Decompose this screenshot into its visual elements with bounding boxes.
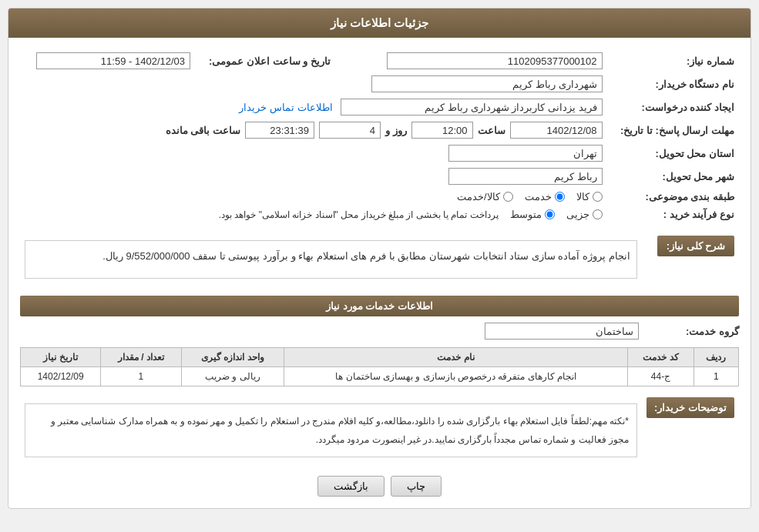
radio-khedmat: خدمت: [525, 191, 565, 202]
deadline-time-field: 12:00: [411, 122, 473, 139]
buyer-name-label: نام دستگاه خریدار:: [607, 72, 739, 95]
col-quantity: تعداد / مقدار: [101, 348, 181, 367]
radio-khedmat-label: خدمت: [525, 191, 552, 202]
print-button[interactable]: چاپ: [391, 476, 442, 497]
radio-jozi-label: جزیی: [566, 209, 589, 220]
notes-label: توضیحات خریدار:: [646, 397, 734, 418]
back-button[interactable]: بازگشت: [317, 476, 385, 497]
buyer-name-field: شهرداری رباط کریم: [371, 75, 603, 92]
deadline-row: مهلت ارسال پاسخ: تا تاریخ: 1402/12/08 سا…: [20, 119, 739, 142]
col-unit: واحد اندازه گیری: [181, 348, 284, 367]
table-cell-5: 1402/12/09: [21, 367, 101, 386]
notes-table: توضیحات خریدار: *نکته مهم:لطفاً فایل است…: [20, 394, 739, 467]
card-body: شماره نیاز: 1102095377000102 تاریخ و ساع…: [8, 38, 751, 508]
purchase-type-radio-group: جزیی متوسط پرداخت تمام یا بخشی از مبلغ خ…: [25, 209, 603, 220]
category-label: طبقه بندی موضوعی:: [607, 188, 739, 206]
requester-field: فرید یزدانی کاربرداز شهرداری رباط کریم: [341, 99, 603, 115]
radio-kala-khedmat-label: کالا/خدمت: [457, 191, 500, 202]
col-date: تاریخ نیاز: [21, 348, 101, 367]
need-description-row: شرح کلی نیاز: انجام پروژه آماده سازی ستا…: [20, 231, 739, 288]
announcement-date-field: 1402/12/03 - 11:59: [36, 52, 190, 69]
requester-label: ایجاد کننده درخواست:: [607, 95, 739, 119]
need-description-table: شرح کلی نیاز: انجام پروژه آماده سازی ستا…: [20, 231, 739, 288]
col-row-num: ردیف: [694, 348, 738, 367]
table-cell-2: انجام کارهای متفرقه درخصوص بازسازی و بهس…: [284, 367, 628, 386]
radio-kala: کالا: [576, 191, 603, 202]
table-cell-1: ج-44: [628, 367, 694, 386]
buyer-name-value: شهرداری رباط کریم: [20, 72, 607, 95]
main-card: جزئیات اطلاعات نیاز شماره نیاز: 11020953…: [8, 8, 751, 509]
time-label: ساعت: [478, 125, 505, 136]
city-label: شهر محل تحویل:: [607, 165, 739, 188]
requester-value: فرید یزدانی کاربرداز شهرداری رباط کریم ا…: [20, 95, 607, 119]
service-group-field: ساختمان: [485, 323, 639, 340]
province-value: تهران: [20, 142, 607, 165]
radio-kala-input[interactable]: [593, 192, 603, 202]
service-group-row: گروه خدمت: ساختمان: [20, 323, 739, 340]
category-value: کالا خدمت کالا/خدمت: [20, 188, 607, 206]
purchase-type-row: نوع فرآیند خرید : جزیی متوسط پرداخت: [20, 206, 739, 223]
city-field: رباط کریم: [448, 168, 603, 185]
announcement-date-label: تاریخ و ساعت اعلان عمومی:: [195, 49, 335, 72]
buttons-row: چاپ بازگشت: [20, 476, 739, 497]
need-number-label: شماره نیاز:: [607, 49, 739, 72]
deadline-date-field: 1402/12/08: [510, 122, 603, 139]
days-label: روز و: [385, 125, 407, 136]
card-header: جزئیات اطلاعات نیاز: [8, 8, 751, 38]
buyer-name-row: نام دستگاه خریدار: شهرداری رباط کریم: [20, 72, 739, 95]
service-group-label: گروه خدمت:: [646, 326, 739, 337]
radio-kala-khedmat: کالا/خدمت: [457, 191, 513, 202]
radio-motavaset-label: متوسط: [510, 209, 542, 220]
remaining-label: ساعت باقی مانده: [166, 125, 240, 136]
table-cell-4: 1: [101, 367, 181, 386]
need-number-field: 1102095377000102: [387, 52, 603, 69]
col-service-name: نام خدمت: [284, 348, 628, 367]
need-description-header: شرح کلی نیاز:: [657, 236, 734, 256]
page-container: جزئیات اطلاعات نیاز شماره نیاز: 11020953…: [0, 0, 759, 532]
deadline-days-field: 4: [319, 122, 381, 139]
category-radio-group: کالا خدمت کالا/خدمت: [25, 191, 603, 202]
table-cell-3: ریالی و ضریب: [181, 367, 284, 386]
requester-contact-link[interactable]: اطلاعات تماس خریدار: [239, 102, 332, 113]
services-table-head: ردیف کد خدمت نام خدمت واحد اندازه گیری ت…: [21, 348, 739, 367]
deadline-label: مهلت ارسال پاسخ: تا تاریخ:: [607, 119, 739, 142]
need-description-value: انجام پروژه آماده سازی ستاد انتخابات شهر…: [20, 231, 642, 288]
services-table-header-row: ردیف کد خدمت نام خدمت واحد اندازه گیری ت…: [21, 348, 739, 367]
radio-motavaset: متوسط: [510, 209, 555, 220]
requester-row: ایجاد کننده درخواست: فرید یزدانی کاربردا…: [20, 95, 739, 119]
info-table: شماره نیاز: 1102095377000102 تاریخ و ساع…: [20, 49, 739, 223]
deadline-value: 1402/12/08 ساعت 12:00 روز و 4 23:31:39 س…: [20, 119, 607, 142]
services-table: ردیف کد خدمت نام خدمت واحد اندازه گیری ت…: [20, 347, 739, 386]
purchase-type-value: جزیی متوسط پرداخت تمام یا بخشی از مبلغ خ…: [20, 206, 607, 223]
purchase-type-note: پرداخت تمام یا بخشی از مبلغ خریداز محل "…: [219, 209, 499, 220]
page-title: جزئیات اطلاعات نیاز: [331, 16, 428, 29]
province-label: استان محل تحویل:: [607, 142, 739, 165]
radio-jozi-input[interactable]: [593, 209, 603, 219]
notes-value: *نکته مهم:لطفاً فایل استعلام بهاء بارگزا…: [20, 394, 642, 467]
need-description-field: انجام پروژه آماده سازی ستاد انتخابات شهر…: [25, 240, 637, 279]
table-cell-0: 1: [694, 367, 738, 386]
services-section-header: اطلاعات خدمات مورد نیاز: [20, 296, 739, 316]
category-row: طبقه بندی موضوعی: کالا خدمت: [20, 188, 739, 206]
radio-kala-khedmat-input[interactable]: [503, 192, 513, 202]
radio-motavaset-input[interactable]: [545, 209, 555, 219]
announcement-date-value: 1402/12/03 - 11:59: [20, 49, 195, 72]
radio-jozi: جزیی: [566, 209, 603, 220]
province-row: استان محل تحویل: تهران: [20, 142, 739, 165]
need-number-value: 1102095377000102: [366, 49, 607, 72]
radio-kala-label: کالا: [576, 191, 589, 202]
province-field: تهران: [448, 145, 603, 162]
purchase-type-label: نوع فرآیند خرید :: [607, 206, 739, 223]
radio-khedmat-input[interactable]: [555, 192, 565, 202]
notes-row: توضیحات خریدار: *نکته مهم:لطفاً فایل است…: [20, 394, 739, 467]
table-row: 1ج-44انجام کارهای متفرقه درخصوص بازسازی …: [21, 367, 739, 386]
remaining-time-field: 23:31:39: [245, 122, 314, 139]
city-row: شهر محل تحویل: رباط کریم: [20, 165, 739, 188]
services-table-body: 1ج-44انجام کارهای متفرقه درخصوص بازسازی …: [21, 367, 739, 386]
need-number-row: شماره نیاز: 1102095377000102 تاریخ و ساع…: [20, 49, 739, 72]
city-value: رباط کریم: [20, 165, 607, 188]
notes-field: *نکته مهم:لطفاً فایل استعلام بهاء بارگزا…: [25, 403, 637, 457]
col-service-code: کد خدمت: [628, 348, 694, 367]
